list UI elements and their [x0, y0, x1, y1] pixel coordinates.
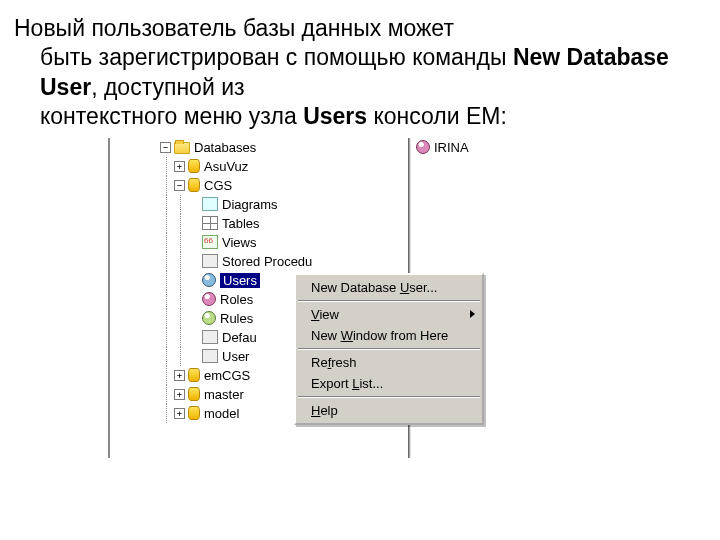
tree-label: Databases [194, 140, 256, 155]
tree-label: Diagrams [222, 197, 278, 212]
collapse-icon[interactable]: − [174, 180, 185, 191]
spacer [188, 294, 199, 305]
spacer [188, 332, 199, 343]
tree-connector [174, 347, 188, 366]
menu-text-post: ist... [359, 376, 383, 391]
menu-separator [298, 348, 480, 350]
menu-text-post: ser... [409, 280, 437, 295]
caption-line-2c: , доступной из [91, 74, 244, 100]
tree-connector [174, 290, 188, 309]
menu-text-pre: Re [311, 355, 328, 370]
tree-connector [160, 290, 174, 309]
spacer [188, 256, 199, 267]
database-icon [188, 159, 200, 173]
tree-label: emCGS [204, 368, 250, 383]
menu-item-export-list[interactable]: Export List... [297, 373, 481, 394]
tree-connector [174, 252, 188, 271]
list-item[interactable]: IRINA [416, 138, 469, 157]
menu-text-post: elp [320, 403, 337, 418]
tree-label: CGS [204, 178, 232, 193]
menu-accel: H [311, 403, 320, 418]
tree-connector [174, 233, 188, 252]
roles-icon [202, 292, 216, 306]
tree-label: Views [222, 235, 256, 250]
detail-panel: IRINA [416, 138, 469, 157]
spacer [188, 237, 199, 248]
diagram-icon [202, 197, 218, 211]
menu-text-post: indow from Here [353, 328, 448, 343]
menu-text-pre: Export [311, 376, 352, 391]
caption-line-1: Новый пользователь базы данных может [14, 15, 454, 41]
database-icon [188, 406, 200, 420]
tree-connector [160, 385, 174, 404]
tree-label-selected: Users [220, 273, 260, 288]
list-item-label: IRINA [434, 140, 469, 155]
caption-bold-node: Users [303, 103, 367, 129]
spacer [188, 199, 199, 210]
tree-connector [160, 404, 174, 423]
tree-label: User [222, 349, 249, 364]
menu-text-post: iew [319, 307, 339, 322]
tree-connector [174, 214, 188, 233]
tree-label: Stored Procedu [222, 254, 312, 269]
menu-text-post: resh [331, 355, 356, 370]
folder-icon [174, 142, 190, 154]
tree-connector [160, 252, 174, 271]
menu-item-view[interactable]: View [297, 304, 481, 325]
caption-line-3c: консоли EM: [367, 103, 507, 129]
screenshot-region: − Databases + AsuVuz − CGS Diagrams Ta [90, 138, 630, 488]
database-icon [188, 178, 200, 192]
expand-icon[interactable]: + [174, 370, 185, 381]
caption-line-2a: быть зарегистрирован c помощью команды [40, 44, 513, 70]
tree-connector [174, 195, 188, 214]
tree-connector [160, 195, 174, 214]
tree-label: Defau [222, 330, 257, 345]
tree-connector [160, 176, 174, 195]
menu-text-pre: New Database [311, 280, 400, 295]
expand-icon[interactable]: + [174, 408, 185, 419]
spacer [188, 351, 199, 362]
tree-connector [160, 328, 174, 347]
tree-node-diagrams[interactable]: Diagrams [160, 195, 410, 214]
left-separator [108, 138, 110, 458]
caption-line-3a: контекстного меню узла [40, 103, 303, 129]
user-icon [416, 140, 430, 154]
tree-connector [160, 366, 174, 385]
tree-node-db[interactable]: + AsuVuz [160, 157, 410, 176]
menu-accel: U [400, 280, 409, 295]
menu-item-new-window[interactable]: New Window from Here [297, 325, 481, 346]
tree-node-views[interactable]: Views [160, 233, 410, 252]
rules-icon [202, 311, 216, 325]
tree-label: Rules [220, 311, 253, 326]
users-icon [202, 273, 216, 287]
expand-icon[interactable]: + [174, 161, 185, 172]
spacer [188, 313, 199, 324]
tree-node-sprocs[interactable]: Stored Procedu [160, 252, 410, 271]
defaults-icon [202, 330, 218, 344]
tree-node-db[interactable]: − CGS [160, 176, 410, 195]
tree-label: model [204, 406, 239, 421]
tree-connector [160, 157, 174, 176]
slide-caption: Новый пользователь базы данных может быт… [0, 0, 720, 138]
menu-item-help[interactable]: Help [297, 400, 481, 421]
tree-label: Roles [220, 292, 253, 307]
tree-connector [160, 309, 174, 328]
tree-label: master [204, 387, 244, 402]
tree-label: Tables [222, 216, 260, 231]
tree-connector [174, 271, 188, 290]
tree-connector [160, 347, 174, 366]
tree-node-tables[interactable]: Tables [160, 214, 410, 233]
menu-separator [298, 300, 480, 302]
tree-connector [160, 233, 174, 252]
tree-node-databases[interactable]: − Databases [160, 138, 410, 157]
menu-item-refresh[interactable]: Refresh [297, 352, 481, 373]
expand-icon[interactable]: + [174, 389, 185, 400]
menu-separator [298, 396, 480, 398]
context-menu[interactable]: New Database User... View New Window fro… [294, 273, 484, 425]
database-icon [188, 387, 200, 401]
tree-connector [174, 328, 188, 347]
collapse-icon[interactable]: − [160, 142, 171, 153]
menu-item-new-db-user[interactable]: New Database User... [297, 277, 481, 298]
database-icon [188, 368, 200, 382]
menu-text-pre: New [311, 328, 341, 343]
